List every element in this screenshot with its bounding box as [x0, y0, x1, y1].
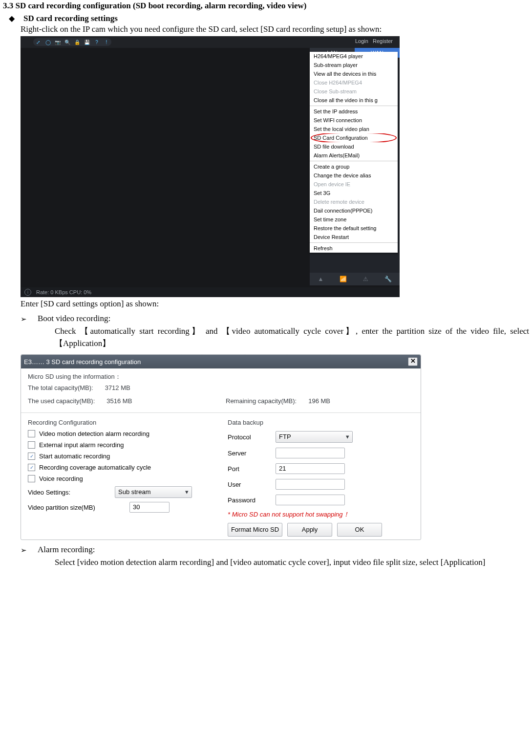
video-partition-input[interactable]: 30	[129, 502, 170, 513]
checkbox-auto-label: Start automatic recording	[39, 453, 110, 460]
context-menu-item[interactable]: Refresh	[310, 244, 398, 253]
context-menu-item: Delete remote device	[310, 197, 398, 206]
context-menu-item[interactable]: Set the IP address	[310, 107, 398, 116]
context-menu: H264/MPEG4 playerSub-stream playerView a…	[310, 52, 398, 253]
footer-warn-icon[interactable]: ⚠	[363, 276, 368, 282]
toolbar-help-icon[interactable]: ?	[92, 38, 102, 46]
checkbox-coverage-cycle[interactable]: Recording coverage automatically cycle	[28, 464, 214, 471]
recording-config-title: Recording Configuration	[28, 419, 214, 426]
apply-button[interactable]: Apply	[287, 523, 332, 537]
checkbox-external-input[interactable]: External input alarm recording	[28, 441, 214, 449]
context-menu-item[interactable]: Set the local video plan	[310, 125, 398, 133]
checkbox-voice-recording[interactable]: Voice recording	[28, 475, 214, 482]
video-settings-select[interactable]: Sub stream	[115, 486, 192, 498]
context-menu-item: Open device IE	[310, 180, 398, 189]
arrow-bullet-icon: ➢	[21, 545, 27, 556]
context-menu-item[interactable]: SD Card Configuration	[310, 133, 398, 142]
toolbar-save-icon[interactable]: 💾	[82, 38, 92, 46]
context-menu-item[interactable]: Sub-stream player	[310, 61, 398, 69]
alarm-recording-label: Alarm recording:	[38, 545, 95, 556]
status-bar: i Rate: 0 KBps CPU: 0%	[21, 287, 400, 297]
context-menu-item[interactable]: Set WIFI connection	[310, 116, 398, 125]
context-menu-item[interactable]: Change the device alias	[310, 171, 398, 180]
context-menu-item[interactable]: Alarm Alerts(EMail)	[310, 151, 398, 160]
footer-wifi-icon[interactable]: 📶	[340, 276, 347, 282]
footer-gear-icon[interactable]: 🔧	[384, 276, 392, 282]
used-capacity-label: The used capacity(MB):	[28, 397, 95, 405]
dialog-titlebar: E3…… 3 SD card recording configuration ✕	[21, 355, 421, 368]
caption-2: Enter [SD card settings option] as shown…	[21, 299, 529, 309]
video-settings-label: Video Settings:	[28, 489, 111, 496]
boot-video-recording-label: Boot video recording:	[38, 314, 110, 324]
context-menu-item[interactable]: Set 3G	[310, 189, 398, 197]
context-menu-item[interactable]: Restore the default setting	[310, 224, 398, 233]
checkbox-ext-label: External input alarm recording	[39, 441, 124, 449]
subsection-heading: SD card recording settings	[23, 14, 118, 23]
dialog-close-button[interactable]: ✕	[408, 357, 418, 366]
password-label: Password	[228, 497, 272, 504]
footer-icon[interactable]: ▲	[318, 276, 323, 282]
app-toolbar: ⤢ ◯ 📷 🔍 🔒 💾 ? ! Login Register	[21, 36, 400, 48]
info-icon: i	[24, 289, 31, 296]
toolbar-icon[interactable]: ⤢	[33, 38, 43, 46]
context-menu-item: Close Sub-stream	[310, 87, 398, 96]
server-label: Server	[228, 450, 272, 457]
context-menu-item[interactable]: Close all the video in this g	[310, 96, 398, 105]
user-label: User	[228, 481, 272, 488]
context-menu-item[interactable]: Create a group	[310, 162, 398, 171]
recording-config-section: Recording Configuration Video motion det…	[21, 415, 221, 540]
status-text: Rate: 0 KBps CPU: 0%	[36, 289, 91, 295]
intro-text: Right-click on the IP cam which you need…	[21, 24, 529, 34]
checkbox-cycle-label: Recording coverage automatically cycle	[39, 464, 151, 471]
register-link[interactable]: Register	[373, 38, 393, 44]
format-sd-button[interactable]: Format Micro SD	[228, 523, 282, 537]
port-input[interactable]: 21	[276, 463, 345, 474]
panel-footer: ▲ 📶 ⚠ 🔧	[310, 273, 400, 285]
dialog-sd-recording-config: E3…… 3 SD card recording configuration ✕…	[21, 354, 421, 540]
protocol-select[interactable]: FTP	[276, 431, 353, 443]
context-menu-item[interactable]: Device Restart	[310, 233, 398, 241]
context-menu-item: Close H264/MPEG4	[310, 78, 398, 87]
protocol-label: Protocol	[228, 433, 272, 441]
used-capacity-value: 3516 MB	[106, 397, 132, 405]
password-input[interactable]	[276, 495, 345, 505]
login-register[interactable]: Login Register	[355, 38, 393, 44]
toolbar-icon[interactable]: ◯	[43, 38, 53, 46]
boot-video-recording-text: Check 【automatically start recording】 an…	[55, 325, 529, 349]
checkbox-start-automatic[interactable]: Start automatic recording	[28, 453, 214, 460]
checkbox-voice-label: Voice recording	[39, 475, 83, 482]
screenshot-main-app: ⤢ ◯ 📷 🔍 🔒 💾 ? ! Login Register LAN WAN ▲…	[21, 36, 400, 297]
toolbar-camera-icon[interactable]: 📷	[53, 38, 63, 46]
context-menu-item[interactable]: SD file download	[310, 142, 398, 151]
checkbox-motion-label: Video motion detection alarm recording	[39, 430, 149, 437]
arrow-bullet-icon: ➢	[21, 314, 27, 324]
remaining-capacity-label: Remaining capacity(MB):	[226, 397, 297, 405]
context-menu-item[interactable]: View all the devices in this	[310, 69, 398, 78]
hot-swap-warning: * Micro SD can not support hot swapping！	[228, 510, 414, 519]
total-capacity-value: 3712 MB	[105, 384, 130, 391]
ok-button[interactable]: OK	[337, 523, 382, 537]
server-input[interactable]	[276, 448, 345, 458]
user-input[interactable]	[276, 479, 345, 490]
data-backup-section: Data backup ProtocolFTP Server Port21 Us…	[221, 415, 421, 540]
total-capacity-label: The total capacity(MB):	[28, 384, 93, 391]
login-link[interactable]: Login	[355, 38, 368, 44]
checkbox-motion-detection[interactable]: Video motion detection alarm recording	[28, 430, 214, 437]
alarm-recording-text: Select [video motion detection alarm rec…	[55, 557, 529, 569]
toolbar-alert-icon[interactable]: !	[102, 38, 111, 46]
dialog-title: E3…… 3 SD card recording configuration	[24, 358, 141, 366]
toolbar-buttons[interactable]: ⤢ ◯ 📷 🔍 🔒 💾 ? !	[33, 38, 111, 46]
port-label: Port	[228, 465, 272, 473]
video-partition-label: Video partition size(MB)	[28, 504, 126, 511]
toolbar-search-icon[interactable]: 🔍	[63, 38, 72, 46]
remaining-capacity-value: 196 MB	[308, 397, 330, 405]
data-backup-title: Data backup	[228, 419, 414, 426]
context-menu-item[interactable]: H264/MPEG4 player	[310, 52, 398, 61]
sd-info-title: Micro SD using the information：	[28, 372, 414, 381]
section-heading: 3.3 SD card recording configuration (SD …	[3, 1, 529, 11]
diamond-bullet-icon: ◆	[9, 14, 15, 23]
context-menu-item[interactable]: Dail connection(PPPOE)	[310, 206, 398, 215]
toolbar-lock-icon[interactable]: 🔒	[72, 38, 82, 46]
context-menu-item[interactable]: Set time zone	[310, 215, 398, 224]
